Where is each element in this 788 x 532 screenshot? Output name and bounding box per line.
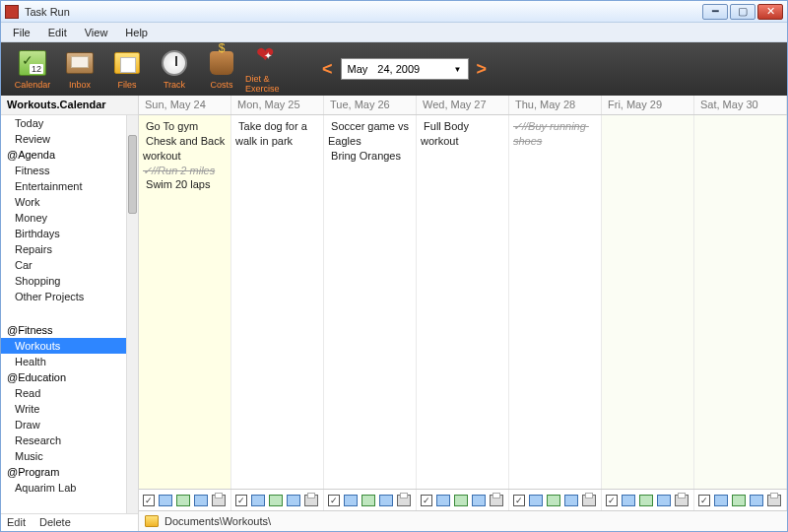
day-print-button[interactable] — [490, 495, 503, 506]
sidebar-item[interactable]: Repairs — [1, 241, 126, 257]
day-column[interactable]: Soccer game vs Eagles Bring Oranges — [324, 115, 417, 489]
diet-tool[interactable]: Diet & Exercise — [245, 44, 293, 94]
sidebar-item[interactable]: Entertainment — [1, 178, 126, 194]
day-view2-button[interactable] — [269, 495, 283, 506]
sidebar-item[interactable]: Read — [1, 385, 126, 401]
day-header[interactable]: Mon, May 25 — [231, 96, 324, 114]
day-view3-button[interactable] — [472, 495, 486, 506]
day-view1-button[interactable] — [529, 495, 543, 506]
sidebar-group[interactable]: @Program — [1, 464, 126, 480]
day-header[interactable]: Thu, May 28 — [509, 96, 602, 114]
sidebar-item[interactable]: Work — [1, 194, 126, 210]
day-entry[interactable]: Full Body workout — [421, 119, 504, 149]
sidebar-item[interactable]: Money — [1, 210, 126, 226]
day-entry[interactable]: Chesk and Back workout — [143, 134, 227, 164]
menu-help[interactable]: Help — [117, 25, 156, 40]
day-header[interactable]: Sat, May 30 — [694, 96, 787, 114]
day-check-button[interactable]: ✓ — [513, 495, 525, 506]
day-entry[interactable]: Bring Oranges — [328, 149, 412, 164]
inbox-tool[interactable]: Inbox — [56, 44, 103, 94]
day-check-button[interactable]: ✓ — [328, 495, 340, 506]
maximize-button[interactable]: ▢ — [730, 4, 755, 20]
sidebar-edit-button[interactable]: Edit — [7, 516, 26, 529]
day-view3-button[interactable] — [657, 495, 671, 506]
day-view3-button[interactable] — [379, 495, 393, 506]
day-check-button[interactable]: ✓ — [235, 495, 247, 506]
sidebar-item[interactable]: Draw — [1, 417, 126, 432]
sidebar-item[interactable]: Workouts — [1, 338, 126, 354]
day-check-button[interactable]: ✓ — [698, 495, 710, 506]
sidebar-item[interactable]: Health — [1, 354, 126, 369]
day-column[interactable] — [602, 115, 694, 489]
day-entry[interactable]: Swim 20 laps — [143, 177, 227, 192]
date-picker[interactable]: May 24, 2009 ▼ — [341, 58, 469, 80]
day-view3-button[interactable] — [194, 495, 208, 506]
sidebar-group[interactable]: @Education — [1, 369, 126, 385]
track-tool[interactable]: Track — [151, 44, 198, 94]
day-view1-button[interactable] — [622, 495, 635, 506]
sidebar-delete-button[interactable]: Delete — [39, 516, 71, 529]
sidebar-group[interactable]: @Fitness — [1, 322, 126, 338]
sidebar-group[interactable]: @Agenda — [1, 147, 126, 163]
day-print-button[interactable] — [397, 495, 411, 506]
sidebar-item[interactable]: Today — [1, 115, 126, 131]
day-entry[interactable]: ✓//Buy running shoes — [513, 119, 597, 149]
costs-tool[interactable]: Costs — [198, 44, 245, 94]
sidebar-item[interactable]: Write — [1, 401, 126, 417]
day-view1-button[interactable] — [251, 495, 265, 506]
day-view1-button[interactable] — [714, 495, 728, 506]
day-print-button[interactable] — [582, 495, 596, 506]
day-view1-button[interactable] — [344, 495, 358, 506]
day-check-button[interactable]: ✓ — [606, 495, 618, 506]
day-column[interactable]: Take dog for a walk in park — [231, 115, 324, 489]
day-view2-button[interactable] — [732, 495, 746, 506]
day-view1-button[interactable] — [436, 495, 450, 506]
sidebar-item[interactable]: Other Projects — [1, 289, 126, 304]
menu-edit[interactable]: Edit — [40, 25, 75, 40]
day-view1-button[interactable] — [159, 495, 172, 506]
day-column[interactable] — [694, 115, 787, 489]
day-header[interactable]: Sun, May 24 — [139, 96, 231, 114]
next-week-button[interactable]: > — [477, 59, 488, 80]
day-print-button[interactable] — [304, 495, 318, 506]
day-view2-button[interactable] — [454, 495, 468, 506]
day-check-button[interactable]: ✓ — [143, 495, 155, 506]
day-print-button[interactable] — [675, 495, 689, 506]
close-button[interactable]: ✕ — [757, 4, 783, 20]
prev-week-button[interactable]: < — [322, 59, 333, 80]
day-header[interactable]: Wed, May 27 — [417, 96, 509, 114]
sidebar-item[interactable]: Birthdays — [1, 226, 126, 241]
day-view3-button[interactable] — [287, 495, 300, 506]
sidebar-item[interactable]: Shopping — [1, 273, 126, 289]
sidebar-item[interactable]: Music — [1, 448, 126, 464]
sidebar-item[interactable]: Research — [1, 432, 126, 448]
day-print-button[interactable] — [212, 495, 226, 506]
sidebar-item[interactable]: Review — [1, 131, 126, 147]
sidebar-item[interactable]: Car — [1, 257, 126, 273]
day-entry[interactable]: Go To gym — [143, 119, 227, 134]
day-view3-button[interactable] — [750, 495, 763, 506]
day-view2-button[interactable] — [639, 495, 653, 506]
day-view3-button[interactable] — [564, 495, 578, 506]
day-view2-button[interactable] — [547, 495, 560, 506]
sidebar-scrollbar[interactable] — [126, 115, 138, 513]
day-view2-button[interactable] — [361, 495, 375, 506]
day-print-button[interactable] — [767, 495, 781, 506]
sidebar-item[interactable]: Fitness — [1, 163, 126, 178]
day-column[interactable]: Full Body workout — [417, 115, 509, 489]
menu-view[interactable]: View — [77, 25, 116, 40]
menu-file[interactable]: File — [5, 25, 38, 40]
day-view2-button[interactable] — [176, 495, 190, 506]
day-entry[interactable]: Soccer game vs Eagles — [328, 119, 412, 149]
day-check-button[interactable]: ✓ — [421, 495, 432, 506]
day-entry[interactable]: ✓//Run 2 miles — [143, 164, 227, 178]
day-header[interactable]: Fri, May 29 — [602, 96, 694, 114]
minimize-button[interactable]: ━ — [702, 4, 728, 20]
day-column[interactable]: Go To gym Chesk and Back workout✓//Run 2… — [139, 115, 231, 489]
sidebar-item[interactable]: Aquarim Lab — [1, 480, 126, 496]
day-header[interactable]: Tue, May 26 — [324, 96, 417, 114]
calendar-tool[interactable]: Calendar — [9, 44, 56, 94]
files-tool[interactable]: Files — [103, 44, 151, 94]
day-entry[interactable]: Take dog for a walk in park — [235, 119, 319, 149]
day-column[interactable]: ✓//Buy running shoes — [509, 115, 602, 489]
